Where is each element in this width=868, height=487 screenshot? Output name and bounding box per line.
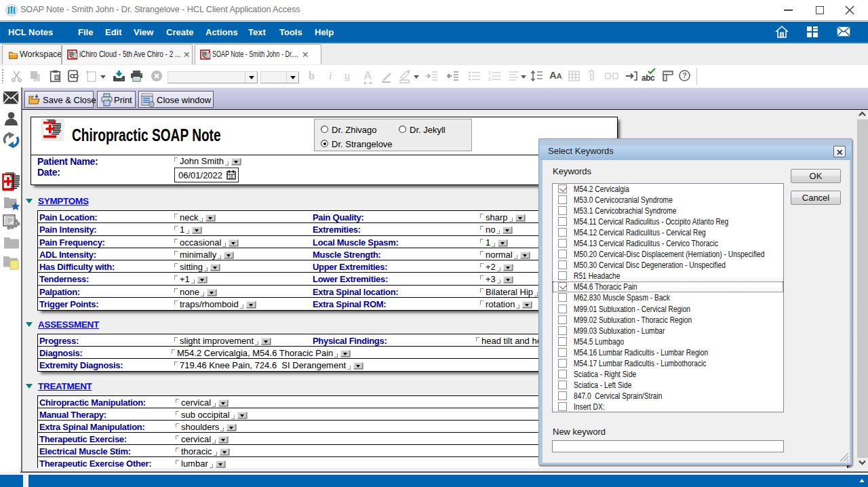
svg-text:?: ? xyxy=(683,72,687,79)
svg-text:2: 2 xyxy=(488,77,491,81)
svg-text:1: 1 xyxy=(488,71,491,75)
svg-text:16: 16 xyxy=(229,174,234,179)
